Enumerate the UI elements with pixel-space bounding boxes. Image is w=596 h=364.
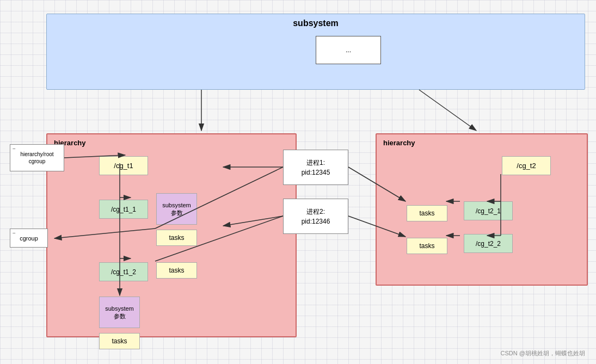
tasks-right1: tasks bbox=[407, 205, 447, 221]
tasks1-box: tasks bbox=[156, 230, 197, 246]
cg-t1-box: /cg_t1 bbox=[99, 156, 148, 175]
process1-box: 进程1: pid:12345 bbox=[283, 150, 348, 185]
hierarchy-right-label: hierarchy bbox=[383, 139, 415, 147]
cg-t2-2-box: /cg_t2_2 bbox=[464, 234, 513, 253]
subsystem-item-dots: ... bbox=[316, 36, 381, 64]
cg-t2-1-box: /cg_t2_1 bbox=[464, 201, 513, 220]
tasks-right2: tasks bbox=[407, 238, 447, 254]
tasks2-box: tasks bbox=[156, 262, 197, 279]
cg-t1-1-box: /cg_t1_1 bbox=[99, 200, 148, 219]
watermark: CSDN @胡桃姓胡，蝴蝶也姓胡 bbox=[501, 349, 585, 357]
subsystem-title: subsystem bbox=[293, 18, 339, 28]
subsystem-params2: subsystem 参数 bbox=[99, 297, 140, 328]
cgroup-box: − cgroup bbox=[10, 229, 48, 248]
svg-line-3 bbox=[419, 90, 476, 131]
subsystem-container: subsystem cpu cpuset memory ... bbox=[46, 14, 585, 90]
hierarchy-right: hierarchy /cg_t2 tasks /cg_t2_1 tasks /c… bbox=[376, 133, 588, 286]
hierarchy-left: hierarchy /cg_t1 /cg_t1_1 subsystem 参数 t… bbox=[46, 133, 297, 337]
subsystem-params1: subsystem 参数 bbox=[156, 193, 197, 225]
cg-t2-box: /cg_t2 bbox=[502, 156, 551, 175]
cg-t1-2-box: /cg_t1_2 bbox=[99, 262, 148, 281]
hierarchy-root-box: − hierarchy/root cgroup bbox=[10, 144, 64, 171]
process2-box: 进程2: pid:12346 bbox=[283, 199, 348, 234]
tasks3-box: tasks bbox=[99, 333, 140, 349]
